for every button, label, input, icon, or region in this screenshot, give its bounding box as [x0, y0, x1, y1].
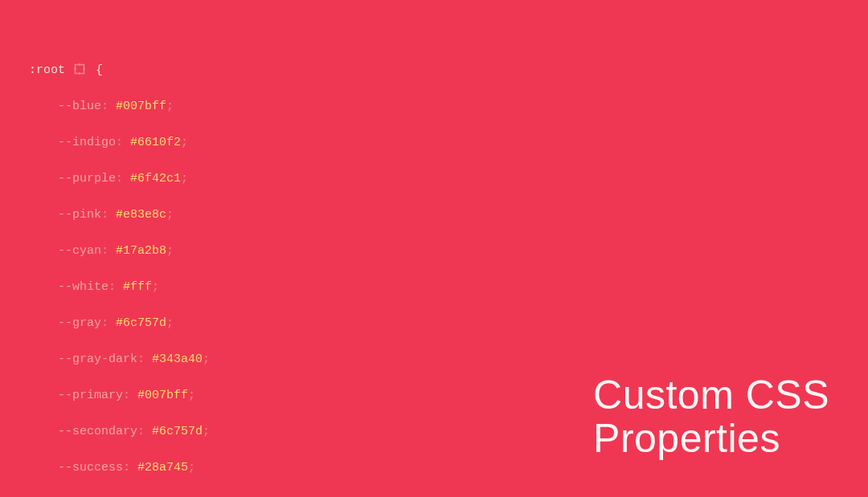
css-prop: --indigo [58, 136, 116, 149]
title-line-1: Custom CSS [593, 373, 829, 418]
css-value: #007bff [137, 389, 188, 402]
code-line: --gray-dark: #343a40; [29, 351, 527, 369]
code-line: --primary: #007bff; [29, 387, 527, 405]
code-line: --purple: #6f42c1; [29, 170, 527, 189]
css-prop: --secondary [58, 425, 137, 438]
code-line: --pink: #e83e8c; [29, 206, 527, 225]
css-prop: --success [58, 461, 123, 475]
svg-rect-0 [76, 65, 84, 74]
css-prop: --cyan [58, 244, 101, 258]
css-value: #6c757d [116, 316, 166, 330]
css-prop: --purple [58, 172, 116, 185]
code-line: --indigo: #6610f2; [29, 134, 527, 153]
css-value: #fff [123, 280, 152, 294]
css-prop: --gray-dark [58, 352, 137, 366]
css-prop: --primary [58, 389, 123, 402]
code-line: --white: #fff; [29, 279, 527, 297]
css-value: #28a745 [137, 461, 188, 475]
code-line: --success: #28a745; [29, 459, 527, 478]
code-block: :root { --blue: #007bff; --indigo: #6610… [29, 26, 527, 497]
slide: :root { --blue: #007bff; --indigo: #6610… [0, 0, 868, 497]
css-value: #6610f2 [130, 136, 181, 149]
code-line: :root { [29, 62, 527, 80]
code-line: --gray: #6c757d; [29, 315, 527, 333]
css-value: #343a40 [152, 352, 203, 366]
slide-title: Custom CSS Properties [593, 373, 829, 460]
target-icon [74, 63, 85, 75]
code-line: --cyan: #17a2b8; [29, 242, 527, 261]
title-line-2: Properties [593, 416, 780, 461]
css-prop: --gray [58, 316, 101, 330]
css-selector: :root [29, 63, 65, 77]
css-value: #e83e8c [116, 208, 166, 222]
css-value: #6c757d [152, 425, 203, 438]
code-line: --secondary: #6c757d; [29, 423, 527, 442]
css-value: #17a2b8 [116, 244, 166, 258]
css-value: #6f42c1 [130, 172, 181, 185]
css-prop: --pink [58, 208, 101, 222]
code-line: --blue: #007bff; [29, 98, 527, 116]
css-value: #007bff [116, 100, 166, 113]
css-prop: --white [58, 280, 108, 294]
open-brace: { [96, 63, 103, 77]
css-prop: --blue [58, 100, 101, 113]
